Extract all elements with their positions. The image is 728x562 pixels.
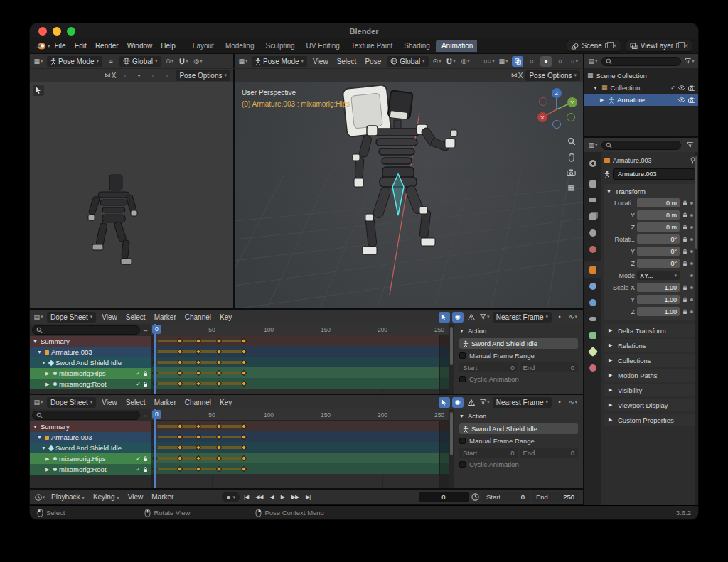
menu-select[interactable]: Select [334, 58, 360, 65]
pivot-point-button[interactable]: ⊙▾ [164, 56, 176, 67]
only-selected-toggle[interactable] [439, 397, 450, 408]
keyframe-row-object[interactable] [151, 431, 449, 442]
shading-wireframe-button[interactable]: ○ [526, 56, 537, 67]
channel-object[interactable]: ▼ Armature.003 [30, 347, 151, 357]
expand-icon[interactable]: ▶ [46, 467, 51, 472]
tab-object[interactable] [584, 261, 601, 278]
keyframe-row-hips[interactable] [151, 453, 449, 463]
expand-icon[interactable]: ▼ [593, 85, 599, 90]
eye-icon[interactable] [678, 85, 685, 90]
playhead[interactable]: 0 [154, 324, 156, 394]
location-y-field[interactable]: 0 m [637, 210, 680, 220]
lock-icon[interactable] [143, 382, 148, 387]
mirror-x-toggle[interactable]: ⋈X [105, 70, 117, 81]
checkbox-icon[interactable] [459, 461, 466, 468]
action-panel-header[interactable]: ▼ Action [459, 411, 578, 421]
dopesheet-mode-selector[interactable]: Dope Sheet▾ [47, 397, 96, 408]
menu-view[interactable]: View [310, 58, 331, 65]
channel-bone-root[interactable]: ▶ mixamorig:Root ✓ [30, 464, 151, 475]
tab-modifiers[interactable] [584, 278, 601, 294]
action-end-field[interactable]: End 0 [520, 448, 579, 458]
vertical-scrollbar[interactable] [449, 324, 454, 394]
channel-action[interactable]: ▼ Sword And Shield Idle [30, 357, 151, 368]
tab-animation[interactable]: Animation [436, 40, 477, 52]
cyclic-animation-checkbox[interactable]: Cyclic Animation [459, 460, 578, 468]
menu-marker[interactable]: Marker [149, 493, 176, 501]
tab-shading[interactable]: Shading [398, 40, 436, 52]
jump-to-start-button[interactable]: |◀ [241, 493, 251, 501]
next-keyframe-button[interactable]: ▶▶ [289, 493, 301, 501]
menu-render[interactable]: Render [91, 40, 123, 51]
tab-output[interactable] [584, 192, 601, 208]
display-sphere-4-icon[interactable]: ▫ [161, 70, 173, 81]
proportional-toggle[interactable]: • [554, 397, 565, 408]
channel-search-input[interactable] [32, 325, 140, 335]
section-custom-properties[interactable]: ▶Custom Properties [604, 414, 695, 426]
rotation-z-field[interactable]: 0° [637, 259, 680, 268]
falloff-dropdown[interactable]: ∿▾ [567, 397, 579, 408]
menu-view[interactable]: View [99, 399, 120, 406]
checkbox-icon[interactable] [459, 438, 466, 444]
transform-panel-header[interactable]: ▼ Transform [606, 185, 693, 197]
menu-select[interactable]: Select [123, 313, 149, 321]
editor-type-button[interactable]: ▥▾ [587, 140, 599, 151]
outliner-row-scene-collection[interactable]: ▦ Scene Collection [584, 70, 698, 82]
filter-button[interactable]: ▾ [479, 397, 491, 408]
checkbox-icon[interactable] [459, 376, 466, 382]
animate-dot-icon[interactable] [690, 214, 693, 217]
section-relations[interactable]: ▶Relations [604, 339, 695, 352]
keyframe-row-hips[interactable] [151, 367, 449, 378]
channel-bone-hips[interactable]: ▶ mixamorig:Hips ✓ [30, 368, 151, 379]
channel-bone-root[interactable]: ▶ mixamorig:Root ✓ [30, 379, 151, 389]
action-start-field[interactable]: Start 0 [459, 448, 518, 458]
action-name-field[interactable]: Sword And Shield Idle [459, 423, 578, 434]
viewport-left-canvas[interactable] [30, 82, 235, 308]
lock-icon[interactable] [682, 285, 687, 291]
channel-search-input[interactable] [32, 411, 140, 420]
menu-edit[interactable]: Edit [70, 40, 91, 51]
proportional-toggle[interactable]: • [554, 312, 565, 323]
menu-view[interactable]: View [99, 313, 120, 321]
frame-start-field[interactable]: Start 0 [482, 492, 529, 502]
new-scene-icon[interactable] [605, 43, 610, 48]
tab-material[interactable] [584, 360, 601, 376]
show-hidden-toggle[interactable]: ◉ [452, 312, 464, 323]
animate-dot-icon[interactable] [690, 274, 693, 277]
pose-options-dropdown[interactable]: Pose Options▾ [176, 70, 230, 81]
scale-z-field[interactable]: 1.00 [637, 307, 680, 316]
mode-selector[interactable]: Pose Mode▾ [47, 56, 102, 67]
menu-channel[interactable]: Channel [182, 399, 214, 406]
tab-layout[interactable]: Layout [187, 40, 220, 52]
properties-filter-button[interactable] [684, 140, 695, 151]
menu-file[interactable]: File [50, 40, 70, 51]
show-gizmo-button[interactable]: ○○▾ [483, 56, 495, 67]
armature-character[interactable] [306, 83, 469, 296]
snap-mode-dropdown[interactable]: Nearest Frame▾ [493, 312, 552, 323]
menu-window[interactable]: Window [123, 40, 157, 51]
viewlayer-selector[interactable]: ViewLayer × [626, 40, 692, 52]
mute-toggle-icon[interactable]: ✓ [136, 455, 141, 462]
menu-key[interactable]: Key [217, 399, 235, 406]
blender-logo-icon[interactable]: ▾ [36, 42, 50, 50]
rotation-x-field[interactable]: 0° [637, 234, 680, 244]
animate-dot-icon[interactable] [690, 286, 693, 289]
scene-selector[interactable]: Scene × [567, 40, 621, 52]
timeline-ruler[interactable]: 0 50 100 150 200 250 [151, 324, 449, 335]
tab-sculpting[interactable]: Sculpting [259, 40, 300, 52]
cyclic-animation-checkbox[interactable]: Cyclic Animation [459, 375, 578, 383]
lock-icon[interactable] [682, 297, 687, 303]
properties-search-input[interactable] [601, 141, 681, 150]
collapse-icon[interactable]: ▼ [33, 424, 38, 429]
animate-dot-icon[interactable] [690, 226, 693, 229]
outliner-filter-button[interactable]: ▾ [684, 56, 695, 67]
lock-icon[interactable] [682, 200, 687, 206]
dopesheet-mode-selector[interactable]: Dope Sheet▾ [47, 312, 96, 323]
eye-icon[interactable] [678, 97, 685, 102]
keyframe-row-summary[interactable] [151, 421, 449, 431]
channel-action[interactable]: ▼ Sword And Shield Idle [30, 443, 151, 453]
location-x-field[interactable]: 0 m [637, 198, 680, 207]
section-visibility[interactable]: ▶Visibility [604, 384, 695, 396]
outliner-row-collection[interactable]: ▼ ▦ Collection ✓ [584, 82, 698, 94]
keyframe-row-root[interactable] [151, 463, 449, 474]
menu-key[interactable]: Key [217, 313, 235, 321]
